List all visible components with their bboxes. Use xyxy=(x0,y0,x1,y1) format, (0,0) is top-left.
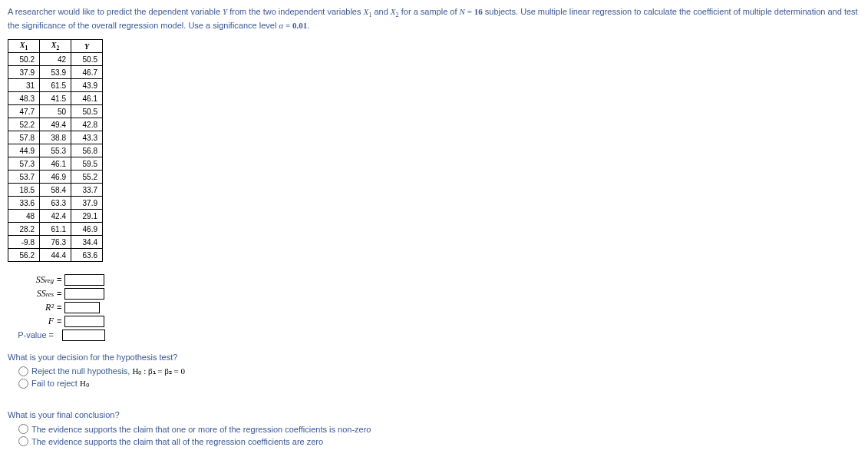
val-N: 16 xyxy=(474,7,483,16)
table-row: 28.261.146.9 xyxy=(8,223,103,236)
table-cell: 49.4 xyxy=(40,118,71,131)
table-row: 47.75050.5 xyxy=(8,105,103,118)
table-cell: 76.3 xyxy=(40,236,71,249)
option-label: The evidence supports the claim that all… xyxy=(31,437,323,446)
eq-sign: = xyxy=(57,303,64,312)
label-f: F xyxy=(8,316,57,327)
table-row: 48.341.546.1 xyxy=(8,92,103,105)
eq-sign: = xyxy=(283,21,292,30)
table-cell: 61.5 xyxy=(40,79,71,92)
radio-conclusion-zero[interactable] xyxy=(18,436,28,446)
table-row: 52.249.442.8 xyxy=(8,118,103,131)
table-cell: 46.7 xyxy=(71,66,103,79)
intro-text: for a sample of xyxy=(399,7,460,16)
label-r2: R² xyxy=(8,302,57,313)
table-cell: 46.9 xyxy=(71,223,103,236)
table-cell: 50.5 xyxy=(71,105,103,118)
eq-sign: = xyxy=(57,316,64,326)
intro-text: A researcher would like to predict the d… xyxy=(8,7,223,16)
table-cell: 56.8 xyxy=(71,144,103,157)
table-cell: 57.3 xyxy=(8,157,40,171)
table-row: 57.838.843.3 xyxy=(8,131,103,144)
data-table: X1 X2 Y 50.24250.537.953.946.73161.543.9… xyxy=(8,39,103,262)
table-row: 57.346.159.5 xyxy=(8,157,103,171)
table-row: 44.955.356.8 xyxy=(8,144,103,157)
question-decision: What is your decision for the hypothesis… xyxy=(8,353,860,362)
val-alpha: 0.01 xyxy=(292,21,307,30)
col-header-y: Y xyxy=(71,40,103,53)
table-cell: 31 xyxy=(8,79,40,92)
table-cell: 44.4 xyxy=(40,249,71,262)
table-cell: 33.7 xyxy=(71,184,103,197)
radio-reject-h0[interactable] xyxy=(18,366,28,376)
input-ssreg[interactable] xyxy=(64,274,104,286)
table-cell: 52.2 xyxy=(8,118,40,131)
table-header-row: X1 X2 Y xyxy=(8,40,103,53)
table-cell: 61.1 xyxy=(40,223,71,236)
table-cell: 56.2 xyxy=(8,249,40,262)
var-X2: X2 xyxy=(391,7,399,16)
table-row: 4842.429.1 xyxy=(8,210,103,223)
table-cell: 42 xyxy=(40,53,71,66)
table-cell: 55.3 xyxy=(40,144,71,157)
table-cell: 37.9 xyxy=(8,66,40,79)
table-row: 3161.543.9 xyxy=(8,79,103,92)
table-cell: 41.5 xyxy=(40,92,71,105)
table-cell: 46.9 xyxy=(40,171,71,184)
col-header-x1: X1 xyxy=(8,40,40,53)
table-cell: 44.9 xyxy=(8,144,40,157)
var-N: N xyxy=(460,7,465,16)
input-pvalue[interactable] xyxy=(62,330,105,341)
table-cell: 37.9 xyxy=(71,197,103,210)
table-cell: 57.8 xyxy=(8,131,40,144)
input-ssres[interactable] xyxy=(64,288,104,300)
table-row: 33.663.337.9 xyxy=(8,197,103,210)
table-cell: 46.1 xyxy=(40,157,71,171)
table-cell: 47.7 xyxy=(8,105,40,118)
table-row: 53.746.955.2 xyxy=(8,171,103,184)
table-row: 37.953.946.7 xyxy=(8,66,103,79)
question-conclusion: What is your final conclusion? xyxy=(8,410,860,419)
table-cell: 34.4 xyxy=(71,236,103,249)
table-row: 18.558.433.7 xyxy=(8,184,103,197)
table-cell: 42.4 xyxy=(40,210,71,223)
table-cell: 53.9 xyxy=(40,66,71,79)
var-X1: X1 xyxy=(364,7,372,16)
radio-fail-reject-h0[interactable] xyxy=(18,379,28,389)
table-cell: 46.1 xyxy=(71,92,103,105)
table-cell: 50.5 xyxy=(71,53,103,66)
intro-text: from the two independent variables xyxy=(227,7,363,16)
label-ssreg: SSreg xyxy=(8,274,57,286)
input-f[interactable] xyxy=(64,316,104,327)
table-cell: 38.8 xyxy=(40,131,71,144)
label-pvalue: P-value = xyxy=(8,330,57,341)
table-cell: 50.2 xyxy=(8,53,40,66)
radio-conclusion-nonzero[interactable] xyxy=(18,424,28,434)
table-cell: 42.8 xyxy=(71,118,103,131)
table-cell: 33.6 xyxy=(8,197,40,210)
table-cell: 50 xyxy=(40,105,71,118)
option-label: The evidence supports the claim that one… xyxy=(31,425,371,434)
eq-sign: = xyxy=(57,275,64,284)
table-row: 50.24250.5 xyxy=(8,53,103,66)
answer-block: SSreg = SSres = R² = F = P-value = xyxy=(8,273,860,342)
input-r2[interactable] xyxy=(64,302,100,313)
table-cell: 55.2 xyxy=(71,171,103,184)
option-label: Fail to reject H₀ xyxy=(31,379,89,389)
col-header-x2: X2 xyxy=(40,40,71,53)
option-label: Reject the null hypothesis, H₀ : β₁ = β₂… xyxy=(31,366,185,376)
table-cell: 53.7 xyxy=(8,171,40,184)
label-ssres: SSres xyxy=(8,288,57,300)
table-cell: 48 xyxy=(8,210,40,223)
table-cell: 59.5 xyxy=(71,157,103,171)
table-cell: -9.8 xyxy=(8,236,40,249)
table-cell: 63.3 xyxy=(40,197,71,210)
eq-sign: = xyxy=(465,7,474,16)
table-row: -9.876.334.4 xyxy=(8,236,103,249)
table-cell: 43.3 xyxy=(71,131,103,144)
eq-sign: = xyxy=(57,289,64,298)
table-cell: 63.6 xyxy=(71,249,103,262)
table-cell: 28.2 xyxy=(8,223,40,236)
problem-statement: A researcher would like to predict the d… xyxy=(8,6,860,31)
table-cell: 48.3 xyxy=(8,92,40,105)
